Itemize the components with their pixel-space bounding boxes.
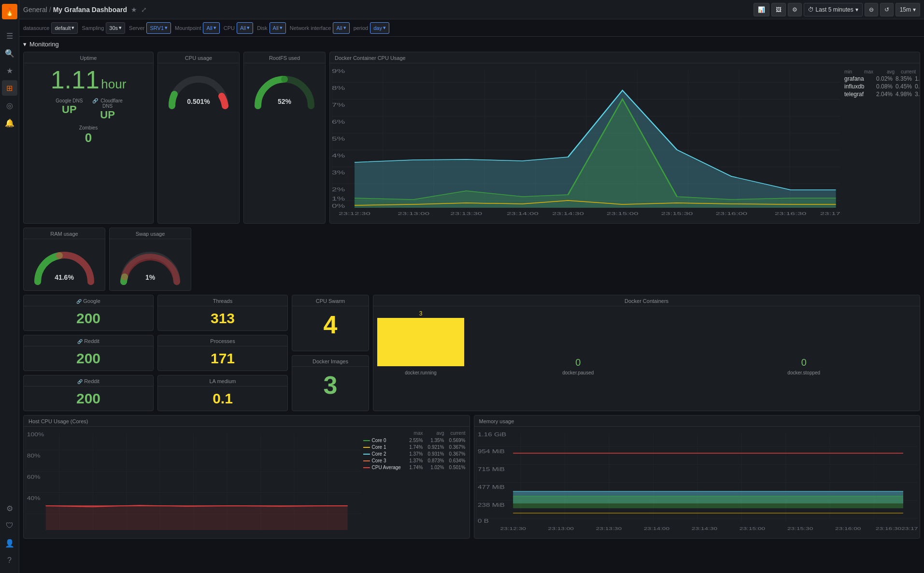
docker-cpu-header: Docker Container CPU Usage: [330, 52, 920, 63]
var-mountpoint: Mountpoint All ▾: [175, 22, 220, 34]
cpu-select[interactable]: All ▾: [237, 22, 253, 34]
uptime-panel: Uptime 1.11 hour Google DNS UP 🔗 Cloudfl: [23, 52, 154, 224]
docker-images-value: 3: [324, 371, 338, 400]
sidebar: 🔥 ☰ 🔍 ★ ⊞ ◎ 🔔 ⚙ 🛡 👤 ?: [0, 0, 19, 573]
legend-header-cpu: max avg current: [363, 430, 466, 436]
svg-text:23:15:00: 23:15:00: [607, 211, 639, 216]
sidebar-user[interactable]: 👤: [2, 535, 17, 551]
period-value: day: [373, 25, 382, 31]
svg-text:23:14:00: 23:14:00: [507, 211, 539, 216]
host-cpu-chart-area: 100% 80% 60% 40%: [26, 429, 361, 536]
uptime-display: 1.11 hour: [51, 67, 127, 92]
svg-text:23:17:00: 23:17:00: [820, 211, 840, 216]
core1-max: 1.74%: [404, 444, 423, 450]
google-header: 🔗 Google: [24, 295, 153, 306]
sidebar-search[interactable]: 🔍: [2, 45, 17, 61]
sidebar-explore[interactable]: ◎: [2, 98, 17, 113]
core1-cur: 0.367%: [446, 444, 466, 450]
threads-body: 313: [158, 306, 287, 330]
row-4: Host CPU Usage (Cores) 100% 80% 60%: [23, 415, 920, 539]
panel-edit-btn[interactable]: 📊: [753, 3, 769, 16]
uptime-unit: hour: [101, 77, 126, 91]
reddit2-body: 200: [24, 387, 153, 411]
network-select[interactable]: All ▾: [333, 22, 349, 34]
core2-row: Core 2 1.37% 0.931% 0.367%: [363, 451, 466, 457]
varbar: datasource default ▾ Sampling 30s ▾ Serv…: [19, 19, 924, 37]
core2-name: Core 2: [372, 451, 402, 457]
processes-panel: Processes 171: [157, 335, 288, 371]
docker-cpu-body: 9% 8% 7% 6% 5% 4% 3% 2% 1% 0%: [330, 63, 920, 223]
svg-text:23:14:00: 23:14:00: [643, 526, 669, 530]
sidebar-starred[interactable]: ★: [2, 63, 17, 78]
svg-text:23:14:30: 23:14:30: [691, 526, 717, 530]
mountpoint-select[interactable]: All ▾: [203, 22, 219, 34]
google-dns-status: UP: [52, 103, 86, 116]
sidebar-configuration[interactable]: ⚙: [2, 501, 17, 516]
grafana-avg: 1.16%: [914, 75, 920, 82]
docker-containers-header: Docker Containers: [373, 295, 920, 306]
reddit1-header: 🔗 Reddit: [24, 335, 153, 346]
datasource-select[interactable]: default ▾: [51, 22, 78, 34]
sidebar-menu-toggle[interactable]: ☰: [2, 28, 17, 43]
network-label: Network interface: [290, 25, 331, 31]
grafana-min: 0.02%: [875, 75, 893, 82]
core0-row: Core 0 2.55% 1.35% 0.569%: [363, 438, 466, 443]
sampling-select[interactable]: 30s ▾: [106, 22, 125, 34]
docker-stopped-label: docker.stopped: [692, 370, 916, 375]
sidebar-dashboards[interactable]: ⊞: [2, 80, 17, 96]
time-range-btn[interactable]: ⏱ Last 5 minutes ▾: [804, 3, 863, 16]
disk-value: All: [273, 25, 279, 31]
sidebar-alerting[interactable]: 🔔: [2, 115, 17, 130]
network-chevron: ▾: [343, 25, 346, 31]
cpu-avg-row: CPU Average 1.74% 1.02% 0.501%: [363, 465, 466, 470]
zoom-out-btn[interactable]: ⊖: [865, 3, 878, 16]
refresh-btn[interactable]: ↺: [880, 3, 894, 16]
disk-select[interactable]: All ▾: [270, 22, 286, 34]
cpu-usage-panel: CPU usage 0.501%: [157, 52, 240, 224]
docker-paused-label: docker.paused: [466, 370, 690, 375]
dashboard-title[interactable]: My Grafana Dashboard: [53, 6, 127, 14]
row-1: Uptime 1.11 hour Google DNS UP 🔗 Cloudfl: [23, 52, 920, 224]
docker-containers-body: 3 0 0 docker.running docker.paused: [373, 306, 920, 379]
sidebar-shield[interactable]: 🛡: [2, 518, 17, 533]
la-medium-value: 0.1: [213, 390, 233, 407]
svg-text:23:13:30: 23:13:30: [450, 211, 482, 216]
settings-btn[interactable]: ⚙: [788, 3, 802, 16]
server-chevron: ▾: [165, 25, 168, 31]
add-panel-btn[interactable]: 🖼: [771, 3, 786, 16]
monitoring-section-header[interactable]: ▾ Monitoring: [23, 41, 920, 48]
svg-text:23:13:00: 23:13:00: [548, 526, 573, 530]
core0-cur: 0.569%: [446, 438, 466, 443]
host-cpu-svg: 100% 80% 60% 40%: [26, 429, 361, 535]
server-select[interactable]: SRV1 ▾: [146, 22, 171, 34]
chevron-down-icon: ▾: [855, 6, 858, 13]
star-button[interactable]: ★: [131, 6, 137, 14]
datasource-chevron: ▾: [71, 25, 74, 31]
period-select[interactable]: day ▾: [370, 22, 389, 34]
time-range-label: Last 5 minutes: [816, 6, 853, 13]
share-button[interactable]: ⤢: [141, 6, 147, 14]
svg-text:23:12:30: 23:12:30: [339, 211, 370, 216]
core0-max: 2.55%: [404, 438, 423, 443]
docker-paused-value: 0: [575, 357, 581, 368]
svg-text:238 MiB: 238 MiB: [478, 502, 505, 508]
sampling-label: Sampling: [82, 25, 104, 31]
memory-svg: 1.16 GiB 954 MiB 715 MiB 477 MiB 238 MiB…: [476, 429, 918, 535]
sidebar-help[interactable]: ?: [2, 553, 17, 568]
svg-rect-34: [476, 433, 918, 523]
left-stats: 🔗 Google 200 🔗 Reddit 200 🔗: [23, 295, 154, 411]
docker-cpu-legend: min max avg current grafana 0.02% 8.35% …: [840, 65, 918, 221]
memory-header: Memory usage: [474, 415, 920, 427]
grafana-logo[interactable]: 🔥: [2, 4, 17, 19]
docker-labels-row: docker.running docker.paused docker.stop…: [377, 370, 916, 375]
rootfs-header: RootFS used: [244, 52, 325, 63]
var-disk: Disk All ▾: [257, 22, 286, 34]
svg-text:23:12:30: 23:12:30: [500, 526, 526, 530]
swarm-images-col: CPU Swarm 4 Docker Images 3: [292, 295, 369, 411]
core0-name: Core 0: [372, 438, 402, 443]
svg-text:60%: 60%: [27, 474, 41, 480]
reddit1-panel: 🔗 Reddit 200: [23, 335, 154, 371]
breadcrumb-section[interactable]: General: [23, 6, 47, 14]
legend-influxdb: influxdb 0.08% 0.45% 0.20% 0.13%: [842, 83, 916, 90]
interval-btn[interactable]: 15m ▾: [896, 3, 920, 16]
